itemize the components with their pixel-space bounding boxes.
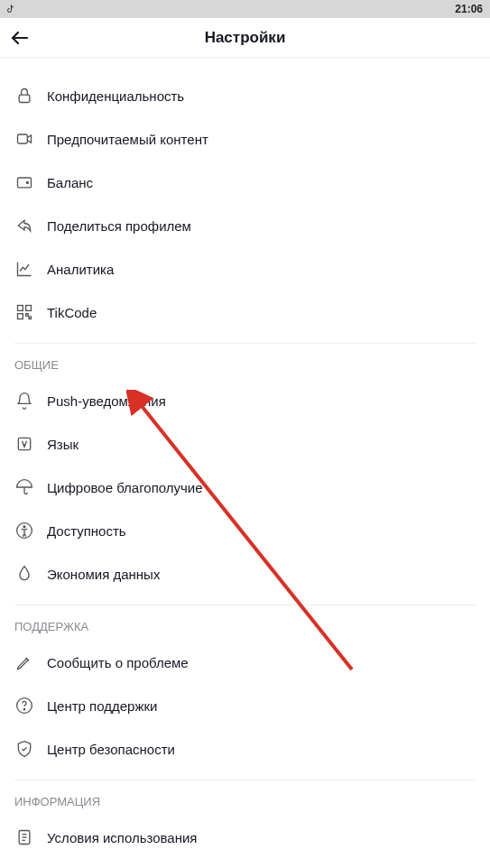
row-digital-wellbeing[interactable]: Цифровое благополучие [0, 466, 490, 509]
svg-rect-1 [19, 95, 30, 102]
header: Настройки [0, 18, 490, 58]
analytics-icon [14, 259, 34, 279]
svg-point-4 [26, 181, 28, 183]
language-icon [14, 434, 34, 454]
row-label: Push-уведомления [47, 393, 166, 409]
row-share-profile[interactable]: Поделиться профилем [0, 204, 490, 247]
row-label: Центр безопасности [47, 742, 175, 757]
row-community-guidelines[interactable]: Правила сообщества [0, 859, 490, 868]
status-time: 21:06 [455, 3, 483, 15]
row-safety-center[interactable]: Центр безопасности [0, 727, 490, 771]
row-tikcode[interactable]: TikCode [0, 291, 490, 334]
row-label: Центр поддержки [47, 698, 157, 714]
row-data-saver[interactable]: Экономия данных [0, 552, 490, 596]
shield-icon [14, 739, 34, 759]
document-icon [14, 827, 34, 847]
svg-rect-2 [18, 134, 28, 143]
row-label: Предпочитаемый контент [47, 132, 208, 147]
bell-icon [14, 391, 34, 411]
pencil-icon [14, 652, 34, 672]
row-label: Условия использования [47, 830, 198, 845]
data-saver-icon [14, 564, 34, 584]
svg-rect-8 [26, 314, 29, 317]
row-label: Конфиденциальность [47, 88, 184, 104]
share-icon [14, 216, 34, 235]
help-icon [14, 696, 34, 716]
section-info: ИНФОРМАЦИЯ [0, 780, 490, 816]
row-help-center[interactable]: Центр поддержки [0, 684, 490, 727]
row-label: Сообщить о проблеме [47, 655, 189, 670]
tiktok-status-icon [7, 4, 18, 14]
row-report-problem[interactable]: Сообщить о проблеме [0, 641, 490, 684]
settings-list[interactable]: Конфиденциальность Предпочитаемый контен… [0, 58, 490, 868]
svg-rect-5 [18, 306, 23, 311]
row-label: TikCode [47, 305, 97, 320]
accessibility-icon [14, 521, 34, 540]
row-label: Баланс [47, 175, 93, 190]
row-language[interactable]: Язык [0, 422, 490, 466]
row-privacy[interactable]: Конфиденциальность [0, 74, 490, 117]
umbrella-icon [14, 477, 34, 497]
row-label: Язык [47, 437, 79, 452]
status-bar: 21:06 [0, 0, 490, 18]
svg-rect-9 [29, 317, 32, 319]
section-support: ПОДДЕРЖКА [0, 605, 490, 641]
row-label: Цифровое благополучие [47, 480, 203, 495]
row-analytics[interactable]: Аналитика [0, 247, 490, 291]
row-label: Поделиться профилем [47, 218, 191, 234]
row-balance[interactable]: Баланс [0, 161, 490, 204]
section-general: ОБЩИЕ [0, 344, 490, 379]
row-accessibility[interactable]: Доступность [0, 509, 490, 552]
row-content-preferences[interactable]: Предпочитаемый контент [0, 117, 490, 161]
svg-rect-7 [18, 314, 23, 319]
row-label: Доступность [47, 523, 126, 539]
back-button[interactable] [9, 18, 45, 58]
arrow-left-icon [9, 27, 31, 49]
row-terms[interactable]: Условия использования [0, 816, 490, 859]
svg-point-12 [23, 526, 25, 528]
svg-point-14 [23, 709, 24, 710]
wallet-icon [14, 172, 34, 192]
svg-rect-6 [26, 306, 32, 311]
svg-rect-3 [18, 178, 32, 188]
lock-icon [14, 86, 34, 106]
row-label: Экономия данных [47, 567, 160, 582]
row-push-notifications[interactable]: Push-уведомления [0, 379, 490, 422]
qr-icon [14, 302, 34, 322]
row-label: Аналитика [47, 262, 114, 277]
page-title: Настройки [205, 29, 286, 47]
video-icon [14, 129, 34, 149]
